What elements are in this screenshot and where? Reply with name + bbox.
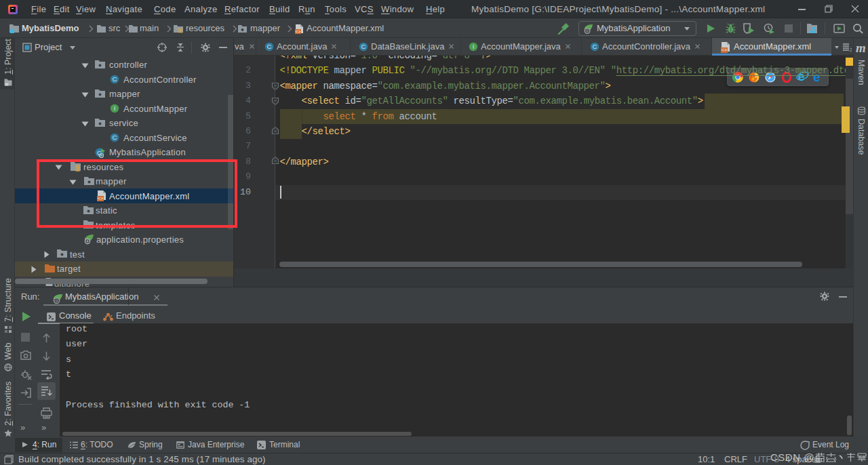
- svg-text:<>: <>: [722, 47, 727, 53]
- svg-text:<>: <>: [296, 30, 301, 34]
- svg-text:C: C: [361, 43, 366, 50]
- svg-text:I: I: [473, 43, 475, 50]
- svg-text:2: 2: [850, 47, 852, 52]
- svg-text:C: C: [113, 75, 117, 83]
- svg-text:C: C: [113, 134, 117, 141]
- svg-text:C: C: [267, 43, 272, 50]
- svg-text:I: I: [114, 104, 116, 112]
- svg-text:C: C: [593, 43, 597, 50]
